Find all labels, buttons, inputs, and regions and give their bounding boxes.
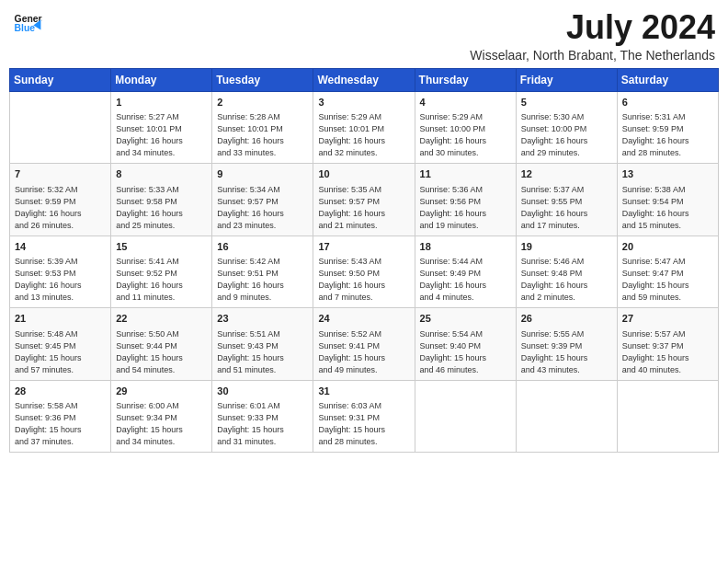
day-info: Sunrise: 5:44 AMSunset: 9:49 PMDaylight:…	[420, 256, 511, 304]
day-number: 13	[622, 167, 713, 181]
day-info: Sunrise: 6:00 AMSunset: 9:34 PMDaylight:…	[116, 400, 207, 448]
column-header-saturday: Saturday	[617, 68, 718, 91]
day-info: Sunrise: 5:47 AMSunset: 9:47 PMDaylight:…	[622, 256, 713, 304]
day-number: 16	[217, 240, 308, 254]
day-info: Sunrise: 5:54 AMSunset: 9:40 PMDaylight:…	[420, 328, 511, 376]
calendar-cell: 17Sunrise: 5:43 AMSunset: 9:50 PMDayligh…	[313, 236, 415, 308]
calendar-cell	[10, 91, 111, 164]
day-info: Sunrise: 5:48 AMSunset: 9:45 PMDaylight:…	[15, 328, 106, 376]
day-info: Sunrise: 6:01 AMSunset: 9:33 PMDaylight:…	[217, 400, 308, 448]
calendar-week-3: 14Sunrise: 5:39 AMSunset: 9:53 PMDayligh…	[10, 236, 719, 308]
logo: General Blue	[13, 9, 42, 39]
day-info: Sunrise: 5:27 AMSunset: 10:01 PMDaylight…	[116, 111, 207, 159]
calendar-cell: 25Sunrise: 5:54 AMSunset: 9:40 PMDayligh…	[415, 308, 516, 381]
calendar-cell: 23Sunrise: 5:51 AMSunset: 9:43 PMDayligh…	[212, 308, 313, 381]
calendar-cell: 22Sunrise: 5:50 AMSunset: 9:44 PMDayligh…	[111, 308, 212, 381]
day-info: Sunrise: 6:03 AMSunset: 9:31 PMDaylight:…	[318, 400, 409, 448]
day-number: 14	[15, 240, 106, 254]
calendar-cell: 15Sunrise: 5:41 AMSunset: 9:52 PMDayligh…	[111, 236, 212, 308]
day-info: Sunrise: 5:31 AMSunset: 9:59 PMDaylight:…	[622, 111, 713, 159]
calendar-cell: 31Sunrise: 6:03 AMSunset: 9:31 PMDayligh…	[313, 380, 415, 453]
day-number: 29	[116, 385, 207, 398]
day-number: 2	[217, 96, 308, 109]
calendar-cell	[415, 380, 516, 453]
calendar-cell: 29Sunrise: 6:00 AMSunset: 9:34 PMDayligh…	[111, 380, 212, 453]
day-info: Sunrise: 5:58 AMSunset: 9:36 PMDaylight:…	[15, 400, 106, 448]
day-info: Sunrise: 5:32 AMSunset: 9:59 PMDaylight:…	[15, 184, 106, 232]
calendar-cell: 1Sunrise: 5:27 AMSunset: 10:01 PMDayligh…	[111, 91, 212, 164]
day-number: 26	[521, 312, 612, 326]
day-number: 23	[217, 312, 308, 326]
calendar-cell: 26Sunrise: 5:55 AMSunset: 9:39 PMDayligh…	[516, 308, 617, 381]
day-info: Sunrise: 5:46 AMSunset: 9:48 PMDaylight:…	[521, 256, 612, 304]
calendar-table: SundayMondayTuesdayWednesdayThursdayFrid…	[9, 68, 719, 454]
day-number: 22	[116, 312, 207, 326]
calendar-cell	[516, 380, 617, 453]
calendar-week-5: 28Sunrise: 5:58 AMSunset: 9:36 PMDayligh…	[10, 380, 719, 453]
day-info: Sunrise: 5:41 AMSunset: 9:52 PMDaylight:…	[116, 256, 207, 304]
column-header-wednesday: Wednesday	[313, 68, 415, 91]
day-number: 3	[318, 96, 409, 109]
calendar-cell: 3Sunrise: 5:29 AMSunset: 10:01 PMDayligh…	[313, 91, 415, 164]
day-number: 11	[420, 167, 511, 181]
calendar-cell: 24Sunrise: 5:52 AMSunset: 9:41 PMDayligh…	[313, 308, 415, 381]
calendar-cell: 30Sunrise: 6:01 AMSunset: 9:33 PMDayligh…	[212, 380, 313, 453]
calendar-header-row: SundayMondayTuesdayWednesdayThursdayFrid…	[10, 68, 719, 91]
page-header: General Blue July 2024 Wisselaar, North …	[9, 9, 719, 63]
calendar-cell: 8Sunrise: 5:33 AMSunset: 9:58 PMDaylight…	[111, 164, 212, 236]
calendar-cell: 19Sunrise: 5:46 AMSunset: 9:48 PMDayligh…	[516, 236, 617, 308]
day-info: Sunrise: 5:28 AMSunset: 10:01 PMDaylight…	[217, 111, 308, 159]
month-title: July 2024	[470, 9, 715, 46]
day-info: Sunrise: 5:38 AMSunset: 9:54 PMDaylight:…	[622, 184, 713, 232]
day-number: 27	[622, 312, 713, 326]
day-info: Sunrise: 5:34 AMSunset: 9:57 PMDaylight:…	[217, 184, 308, 232]
day-info: Sunrise: 5:55 AMSunset: 9:39 PMDaylight:…	[521, 328, 612, 376]
day-number: 19	[521, 240, 612, 254]
svg-text:Blue: Blue	[15, 23, 36, 33]
day-number: 7	[15, 167, 106, 181]
column-header-tuesday: Tuesday	[212, 68, 313, 91]
calendar-cell: 16Sunrise: 5:42 AMSunset: 9:51 PMDayligh…	[212, 236, 313, 308]
calendar-cell: 4Sunrise: 5:29 AMSunset: 10:00 PMDayligh…	[415, 91, 516, 164]
day-info: Sunrise: 5:39 AMSunset: 9:53 PMDaylight:…	[15, 256, 106, 304]
day-number: 10	[318, 167, 409, 181]
column-header-sunday: Sunday	[10, 68, 111, 91]
location: Wisselaar, North Brabant, The Netherland…	[470, 48, 715, 63]
column-header-monday: Monday	[111, 68, 212, 91]
day-info: Sunrise: 5:30 AMSunset: 10:00 PMDaylight…	[521, 111, 612, 159]
calendar-cell: 5Sunrise: 5:30 AMSunset: 10:00 PMDayligh…	[516, 91, 617, 164]
title-block: July 2024 Wisselaar, North Brabant, The …	[470, 9, 715, 63]
calendar-cell: 7Sunrise: 5:32 AMSunset: 9:59 PMDaylight…	[10, 164, 111, 236]
calendar-cell: 2Sunrise: 5:28 AMSunset: 10:01 PMDayligh…	[212, 91, 313, 164]
calendar-cell: 13Sunrise: 5:38 AMSunset: 9:54 PMDayligh…	[617, 164, 718, 236]
day-number: 12	[521, 167, 612, 181]
day-info: Sunrise: 5:29 AMSunset: 10:01 PMDaylight…	[318, 111, 409, 159]
day-info: Sunrise: 5:33 AMSunset: 9:58 PMDaylight:…	[116, 184, 207, 232]
calendar-cell: 14Sunrise: 5:39 AMSunset: 9:53 PMDayligh…	[10, 236, 111, 308]
day-number: 30	[217, 385, 308, 398]
calendar-week-4: 21Sunrise: 5:48 AMSunset: 9:45 PMDayligh…	[10, 308, 719, 381]
day-info: Sunrise: 5:50 AMSunset: 9:44 PMDaylight:…	[116, 328, 207, 376]
column-header-friday: Friday	[516, 68, 617, 91]
calendar-cell	[617, 380, 718, 453]
calendar-cell: 18Sunrise: 5:44 AMSunset: 9:49 PMDayligh…	[415, 236, 516, 308]
calendar-cell: 6Sunrise: 5:31 AMSunset: 9:59 PMDaylight…	[617, 91, 718, 164]
day-number: 4	[420, 96, 511, 109]
day-info: Sunrise: 5:51 AMSunset: 9:43 PMDaylight:…	[217, 328, 308, 376]
day-number: 8	[116, 167, 207, 181]
day-number: 18	[420, 240, 511, 254]
day-info: Sunrise: 5:35 AMSunset: 9:57 PMDaylight:…	[318, 184, 409, 232]
logo-icon: General Blue	[13, 9, 42, 39]
calendar-cell: 11Sunrise: 5:36 AMSunset: 9:56 PMDayligh…	[415, 164, 516, 236]
day-info: Sunrise: 5:52 AMSunset: 9:41 PMDaylight:…	[318, 328, 409, 376]
calendar-cell: 28Sunrise: 5:58 AMSunset: 9:36 PMDayligh…	[10, 380, 111, 453]
day-number: 6	[622, 96, 713, 109]
calendar-cell: 10Sunrise: 5:35 AMSunset: 9:57 PMDayligh…	[313, 164, 415, 236]
day-info: Sunrise: 5:57 AMSunset: 9:37 PMDaylight:…	[622, 328, 713, 376]
day-info: Sunrise: 5:37 AMSunset: 9:55 PMDaylight:…	[521, 184, 612, 232]
column-header-thursday: Thursday	[415, 68, 516, 91]
day-number: 28	[15, 385, 106, 398]
day-number: 17	[318, 240, 409, 254]
calendar-week-1: 1Sunrise: 5:27 AMSunset: 10:01 PMDayligh…	[10, 91, 719, 164]
day-number: 25	[420, 312, 511, 326]
